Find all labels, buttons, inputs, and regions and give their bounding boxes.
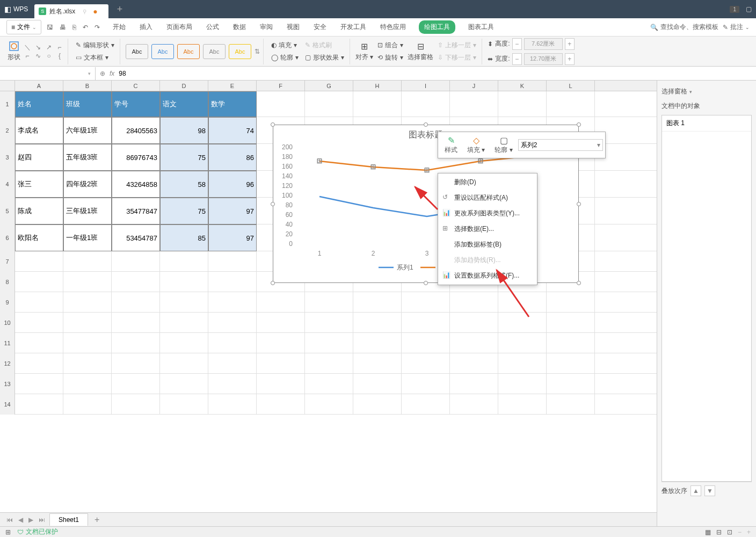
cell[interactable] xyxy=(112,353,160,374)
cell[interactable]: 三年级1班 xyxy=(63,198,112,224)
cell[interactable] xyxy=(498,374,547,394)
cell[interactable] xyxy=(305,313,353,333)
cell[interactable] xyxy=(402,394,450,415)
cell[interactable]: 学号 xyxy=(112,91,160,117)
row-header[interactable]: 8 xyxy=(0,272,15,292)
tab-indicator-icon[interactable]: ● xyxy=(93,7,97,16)
rotate-button[interactable]: ⟲ 旋转 ▾ xyxy=(375,53,405,63)
stack-down-button[interactable]: ▼ xyxy=(704,485,715,496)
ctx-select-data[interactable]: ⊞选择数据(E)... xyxy=(438,221,537,237)
cell[interactable] xyxy=(160,292,208,313)
cell[interactable] xyxy=(353,333,402,353)
view-break-icon[interactable]: ⊡ xyxy=(727,528,732,536)
ctx-change-type[interactable]: 📊更改系列图表类型(Y)... xyxy=(438,206,537,221)
cell[interactable] xyxy=(547,353,595,374)
cell[interactable]: 97 xyxy=(208,198,257,224)
fill-button[interactable]: ◐ 填充 ▾ xyxy=(269,40,301,50)
formula-value[interactable]: 98 xyxy=(119,70,752,77)
shape-effect-button[interactable]: ▢ 形状效果 ▾ xyxy=(303,53,346,63)
cell[interactable]: 53454787 xyxy=(112,224,160,251)
view-normal-icon[interactable]: ▦ xyxy=(705,528,711,536)
file-tab[interactable]: S 姓名.xlsx ⚲ ● xyxy=(34,4,108,18)
zoom-out-icon[interactable]: − xyxy=(738,528,742,536)
redo-icon[interactable]: ↷ xyxy=(95,24,100,31)
style-preset-4[interactable]: Abc xyxy=(203,44,226,59)
stack-up-button[interactable]: ▲ xyxy=(690,485,701,496)
cell[interactable] xyxy=(353,292,402,313)
cell[interactable] xyxy=(63,374,112,394)
object-item-chart1[interactable]: 图表 1 xyxy=(662,115,751,132)
cell[interactable]: 85 xyxy=(160,224,208,251)
cell[interactable] xyxy=(112,292,160,313)
select-pane-button[interactable]: ⊟ 选择窗格 xyxy=(408,41,433,62)
cell[interactable] xyxy=(305,292,353,313)
cell[interactable]: 李成名 xyxy=(15,117,63,144)
tab-drawing[interactable]: 绘图工具 xyxy=(419,20,455,34)
row-header[interactable]: 2 xyxy=(0,117,15,144)
cell[interactable] xyxy=(305,333,353,353)
layout-icon[interactable]: ⊞ xyxy=(5,528,11,536)
cell[interactable]: 赵四 xyxy=(15,144,63,171)
width-input[interactable] xyxy=(524,53,563,65)
cell[interactable]: 75 xyxy=(160,198,208,224)
tab-formula[interactable]: 公式 xyxy=(205,20,220,34)
row-header[interactable]: 6 xyxy=(0,224,15,251)
ctx-delete[interactable]: 删除(D) xyxy=(438,175,537,190)
cell[interactable] xyxy=(498,91,547,117)
cell[interactable] xyxy=(15,292,63,313)
cell[interactable]: 陈成 xyxy=(15,198,63,224)
cell[interactable]: 58 xyxy=(160,171,208,198)
cell[interactable]: 74 xyxy=(208,117,257,144)
cell[interactable]: 一年级1班 xyxy=(63,224,112,251)
cell[interactable] xyxy=(257,374,305,394)
shape-gallery[interactable]: ＼↘↗⌐ ⌐∿○{ xyxy=(23,43,64,60)
cell[interactable] xyxy=(160,394,208,415)
cell[interactable] xyxy=(208,313,257,333)
cell[interactable] xyxy=(63,333,112,353)
cell[interactable] xyxy=(257,313,305,333)
mini-style-button[interactable]: ✎样式 xyxy=(440,134,462,156)
tab-review[interactable]: 审阅 xyxy=(259,20,274,34)
cell[interactable]: 86976743 xyxy=(112,144,160,171)
cell[interactable] xyxy=(208,292,257,313)
cell[interactable] xyxy=(402,333,450,353)
cell[interactable] xyxy=(353,91,402,117)
zoom-in-icon[interactable]: + xyxy=(747,528,751,536)
cell[interactable] xyxy=(15,394,63,415)
view-page-icon[interactable]: ⊟ xyxy=(716,528,722,536)
add-sheet-button[interactable]: + xyxy=(90,515,104,525)
edit-shape-button[interactable]: ✎ 编辑形状 ▾ xyxy=(74,40,117,50)
tab-chart[interactable]: 图表工具 xyxy=(467,20,495,34)
tab-security[interactable]: 安全 xyxy=(312,20,328,34)
undo-icon[interactable]: ↶ xyxy=(83,24,88,31)
preview-icon[interactable]: ⎘ xyxy=(72,24,76,31)
cell[interactable] xyxy=(160,251,208,272)
cell[interactable] xyxy=(112,394,160,415)
cell[interactable]: 张三 xyxy=(15,171,63,198)
pane-title[interactable]: 选择窗格 ▾ xyxy=(662,85,752,98)
row-header[interactable]: 13 xyxy=(0,374,15,394)
tab-start[interactable]: 开始 xyxy=(112,20,127,34)
col-header-j[interactable]: J xyxy=(450,81,498,91)
row-header[interactable]: 9 xyxy=(0,292,15,313)
add-tab-button[interactable]: + xyxy=(117,4,123,15)
cell[interactable] xyxy=(112,272,160,292)
cell[interactable] xyxy=(15,333,63,353)
cell[interactable] xyxy=(450,353,498,374)
col-header-i[interactable]: I xyxy=(402,81,450,91)
cell[interactable] xyxy=(305,374,353,394)
cell[interactable] xyxy=(160,272,208,292)
height-input[interactable] xyxy=(524,38,563,50)
cell[interactable] xyxy=(547,333,595,353)
cell[interactable] xyxy=(353,353,402,374)
cell[interactable] xyxy=(353,394,402,415)
cell[interactable]: 97 xyxy=(208,224,257,251)
print-icon[interactable]: 🖶 xyxy=(60,24,66,31)
col-header-c[interactable]: C xyxy=(112,81,160,91)
cell[interactable] xyxy=(450,91,498,117)
cell[interactable]: 语文 xyxy=(160,91,208,117)
cell[interactable] xyxy=(402,353,450,374)
cell[interactable] xyxy=(402,91,450,117)
cell[interactable] xyxy=(257,353,305,374)
cell[interactable] xyxy=(208,272,257,292)
